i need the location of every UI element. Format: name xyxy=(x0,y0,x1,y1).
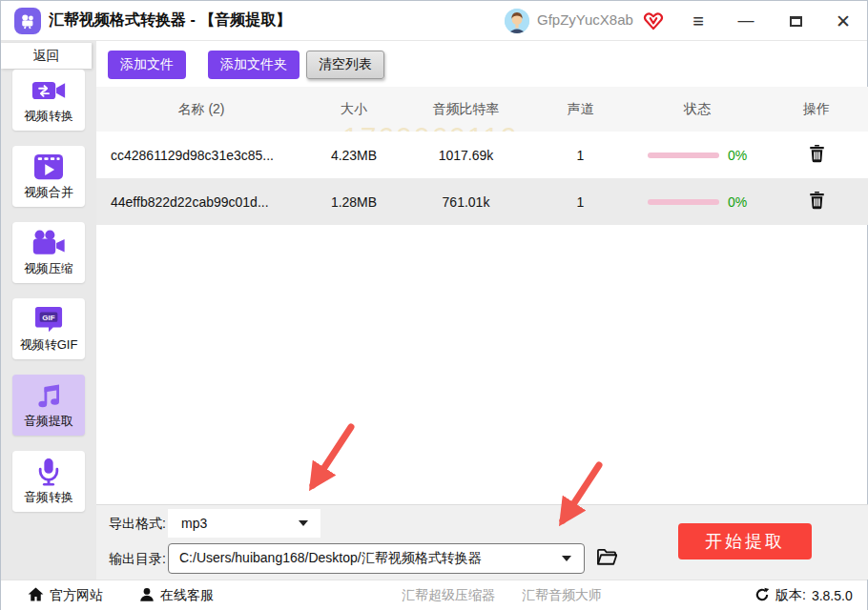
video-to-gif-icon: GIF xyxy=(33,298,64,336)
progress-percent: 0% xyxy=(728,148,747,163)
person-icon xyxy=(139,587,155,605)
export-format-value: mp3 xyxy=(181,516,207,531)
status-cell: 0% xyxy=(630,194,764,210)
partner-link-compressor[interactable]: 汇帮超级压缩器 xyxy=(402,580,495,610)
channel-count: 1 xyxy=(530,194,630,210)
partner-link-audio-master[interactable]: 汇帮音频大师 xyxy=(522,580,602,610)
status-bar: 官方网站 在线客服 汇帮超级压缩器 汇帮音频大师 版本: 3.8.5.0 xyxy=(1,580,867,610)
output-dir-value: C:/Users/huibang168/Desktop/汇帮视频格式转换器 xyxy=(179,550,482,567)
avatar[interactable] xyxy=(505,9,529,33)
official-site-label: 官方网站 xyxy=(50,587,103,604)
output-dir-combobox[interactable]: C:/Users/huibang168/Desktop/汇帮视频格式转换器 xyxy=(168,543,585,574)
chevron-down-icon xyxy=(299,520,308,526)
output-dir-label: 输出目录: xyxy=(109,551,166,568)
audio-bitrate: 1017.69k xyxy=(402,148,530,163)
file-name: 44effb822d22cab99c01d... xyxy=(96,194,306,210)
sidebar-item-video-to-gif[interactable]: GIF 视频转GIF xyxy=(12,298,85,359)
red-arrow-export-format xyxy=(313,427,351,485)
header-action: 操作 xyxy=(764,101,868,118)
home-icon xyxy=(28,587,44,604)
header-channels: 声道 xyxy=(530,101,630,118)
sidebar-item-label: 音频提取 xyxy=(24,413,73,430)
video-merge-icon xyxy=(32,146,65,184)
vip-heart-icon[interactable] xyxy=(642,10,665,35)
hamburger-menu-icon[interactable]: ≡ xyxy=(684,9,713,33)
header-name: 名称 (2) xyxy=(96,101,306,118)
chevron-down-icon xyxy=(562,556,571,561)
progress-percent: 0% xyxy=(728,194,747,210)
official-site-link[interactable]: 官方网站 xyxy=(28,580,103,610)
file-size: 1.28MB xyxy=(306,194,402,210)
minimize-icon[interactable]: — xyxy=(732,9,760,33)
sidebar-item-audio-extract[interactable]: 音频提取 xyxy=(12,375,85,436)
header-size: 大小 xyxy=(306,101,402,118)
sidebar-item-label: 视频转GIF xyxy=(20,336,78,354)
status-cell: 0% xyxy=(630,148,764,163)
sidebar-item-label: 视频压缩 xyxy=(24,260,73,277)
online-service-label: 在线客服 xyxy=(160,587,214,604)
sidebar-item-label: 视频合并 xyxy=(24,184,73,201)
sidebar-item-video-merge[interactable]: 视频合并 xyxy=(12,146,85,207)
title-bar: 汇帮视频格式转换器 - 【音频提取】 GfpZyYucX8ab ≡ — ✕ xyxy=(1,1,867,41)
action-cell xyxy=(764,144,868,166)
trash-icon[interactable] xyxy=(809,191,825,213)
add-folder-button[interactable]: 添加文件夹 xyxy=(208,51,300,79)
action-cell xyxy=(764,191,868,213)
clear-list-button[interactable]: 清空列表 xyxy=(306,51,384,79)
sidebar-item-video-convert[interactable]: 视频转换 xyxy=(12,70,85,131)
folder-icon[interactable] xyxy=(596,548,617,570)
sidebar-item-audio-convert[interactable]: 音频转换 xyxy=(12,451,85,512)
trash-icon[interactable] xyxy=(809,144,825,166)
video-compress-icon xyxy=(31,222,66,260)
progress-bar xyxy=(648,152,719,158)
export-format-select[interactable]: mp3 xyxy=(168,509,320,538)
refresh-icon xyxy=(754,587,770,605)
audio-convert-icon xyxy=(36,451,61,489)
svg-text:GIF: GIF xyxy=(42,314,54,322)
username-label[interactable]: GfpZyYucX8ab xyxy=(537,11,633,28)
progress-bar xyxy=(648,199,719,205)
output-panel: 导出格式: mp3 输出目录: C:/Users/huibang168/Desk… xyxy=(96,504,868,580)
app-logo-icon xyxy=(14,8,41,34)
header-status: 状态 xyxy=(630,101,764,118)
audio-extract-icon xyxy=(33,375,64,413)
window-title: 汇帮视频格式转换器 - 【音频提取】 xyxy=(49,10,291,30)
export-format-label: 导出格式: xyxy=(109,516,166,533)
back-button[interactable]: 返回 xyxy=(1,43,92,69)
file-size: 4.23MB xyxy=(306,148,402,163)
start-extract-button[interactable]: 开始提取 xyxy=(678,523,812,559)
close-icon[interactable]: ✕ xyxy=(829,9,858,33)
video-convert-icon xyxy=(31,70,66,108)
online-service-link[interactable]: 在线客服 xyxy=(139,580,214,610)
sidebar-item-label: 音频转换 xyxy=(24,489,73,506)
maximize-icon[interactable] xyxy=(781,9,810,33)
sidebar-item-label: 视频转换 xyxy=(24,108,73,125)
app-window: 汇帮视频格式转换器 - 【音频提取】 GfpZyYucX8ab ≡ — ✕ 返回… xyxy=(0,0,868,610)
table-row[interactable]: 44effb822d22cab99c01d... 1.28MB 761.01k … xyxy=(96,178,868,225)
sidebar: 返回 视频转换 视频合并 视频压缩 GIF 视频转GIF xyxy=(1,41,96,580)
table-header: 名称 (2) 大小 音频比特率 声道 状态 操作 xyxy=(96,87,868,132)
header-bitrate: 音频比特率 xyxy=(402,101,530,118)
version-value: 3.8.5.0 xyxy=(812,588,853,603)
version-label: 版本: xyxy=(775,587,806,604)
add-file-button[interactable]: 添加文件 xyxy=(108,51,186,79)
channel-count: 1 xyxy=(530,148,630,163)
table-row[interactable]: cc42861129d98c31e3c85... 4.23MB 1017.69k… xyxy=(96,132,868,178)
file-name: cc42861129d98c31e3c85... xyxy=(96,148,306,163)
version-area[interactable]: 版本: 3.8.5.0 xyxy=(754,580,853,610)
sidebar-item-video-compress[interactable]: 视频压缩 xyxy=(12,222,85,283)
audio-bitrate: 761.01k xyxy=(402,194,530,210)
